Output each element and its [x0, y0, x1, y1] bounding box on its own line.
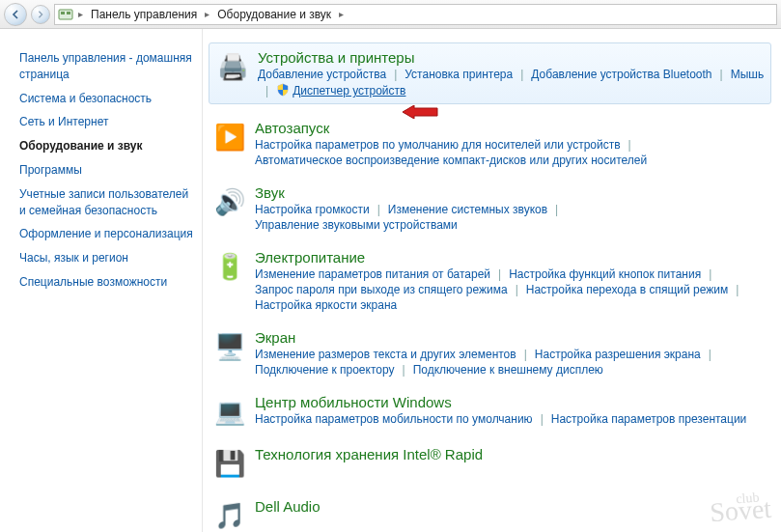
category-2: 🔊ЗвукНастройка громкости|Изменение систе…: [209, 182, 771, 234]
separator: |: [377, 203, 380, 216]
chevron-right-icon: ▸: [337, 9, 346, 19]
printer-icon: 🖨️: [215, 49, 250, 84]
separator: |: [498, 267, 501, 281]
power-icon: 🔋: [212, 249, 247, 284]
category-link[interactable]: Настройка перехода в спящий режим: [526, 283, 728, 296]
category-link[interactable]: Изменение системных звуков: [388, 203, 547, 216]
breadcrumb-control-panel[interactable]: Панель управления: [87, 5, 201, 24]
category-title[interactable]: Электропитание: [255, 249, 767, 266]
separator: |: [516, 283, 518, 296]
category-link[interactable]: Настройка функций кнопок питания: [509, 267, 701, 281]
svg-rect-1: [61, 12, 65, 14]
address-bar-container: ▸ Панель управления ▸ Оборудование и зву…: [0, 0, 781, 29]
category-title[interactable]: Звук: [255, 184, 767, 201]
category-title[interactable]: Автозапуск: [255, 120, 767, 136]
category-4: 🖥️ЭкранИзменение размеров текста и други…: [209, 327, 771, 378]
back-button[interactable]: [4, 3, 27, 26]
category-title[interactable]: Экран: [255, 329, 767, 346]
sidebar-item-4[interactable]: Программы: [19, 158, 194, 182]
uac-shield-icon: [276, 83, 290, 97]
sidebar-item-5[interactable]: Учетные записи пользователей и семейная …: [19, 182, 194, 223]
sidebar: Панель управления - домашняя страницаСис…: [0, 29, 203, 532]
forward-button[interactable]: [31, 5, 50, 24]
category-link[interactable]: Запрос пароля при выходе из спящего режи…: [255, 283, 508, 296]
separator: |: [709, 267, 711, 281]
category-link[interactable]: Настройка яркости экрана: [255, 298, 397, 312]
category-1: ▶️АвтозапускНастройка параметров по умол…: [209, 118, 771, 169]
category-link[interactable]: Подключение к внешнему дисплею: [413, 363, 603, 377]
separator: |: [709, 348, 711, 361]
category-link[interactable]: Добавление устройства: [258, 68, 386, 81]
separator: |: [520, 68, 523, 81]
sidebar-item-6[interactable]: Оформление и персонализация: [19, 222, 194, 246]
category-title[interactable]: Dell Audio: [255, 498, 767, 515]
separator: |: [628, 138, 631, 152]
sidebar-item-1[interactable]: Система и безопасность: [19, 87, 194, 111]
category-link[interactable]: Настройка параметров по умолчанию для но…: [255, 138, 621, 152]
chevron-right-icon: ▸: [76, 9, 85, 19]
category-5: 💻Центр мобильности WindowsНастройка пара…: [209, 392, 771, 431]
category-link[interactable]: Установка принтера: [404, 68, 513, 81]
chevron-right-icon: ▸: [203, 9, 211, 19]
category-link[interactable]: Управление звуковыми устройствами: [255, 218, 458, 232]
category-link[interactable]: Настройка разрешения экрана: [535, 348, 701, 361]
category-6: 💾Технология хранения Intel® Rapid: [209, 444, 771, 483]
svg-rect-2: [67, 12, 70, 14]
category-title[interactable]: Центр мобильности Windows: [255, 394, 767, 410]
separator: |: [736, 283, 739, 296]
separator: |: [265, 84, 268, 98]
separator: |: [720, 68, 723, 81]
display-icon: 🖥️: [212, 329, 247, 364]
intel-rapid-icon: 💾: [212, 446, 247, 481]
category-link[interactable]: Автоматическое воспроизведение компакт-д…: [255, 154, 647, 167]
address-bar[interactable]: ▸ Панель управления ▸ Оборудование и зву…: [54, 4, 777, 25]
category-link[interactable]: Настройка параметров мобильности по умол…: [255, 412, 533, 426]
mobility-icon: 💻: [212, 394, 247, 429]
category-link[interactable]: Настройка параметров презентации: [551, 412, 747, 426]
category-link[interactable]: Диспетчер устройств: [276, 83, 405, 98]
dell-audio-icon: 🎵: [212, 498, 247, 532]
separator: |: [541, 412, 544, 426]
main-panel: 🖨️Устройства и принтерыДобавление устрой…: [203, 29, 781, 532]
category-title[interactable]: Технология хранения Intel® Rapid: [255, 446, 767, 462]
category-link[interactable]: Мышь: [731, 68, 765, 81]
separator: |: [555, 203, 558, 216]
category-link[interactable]: Изменение размеров текста и других элеме…: [255, 348, 516, 361]
breadcrumb-hardware-sound[interactable]: Оборудование и звук: [213, 5, 335, 24]
category-7: 🎵Dell Audio: [209, 496, 771, 532]
category-title[interactable]: Устройства и принтеры: [258, 49, 765, 66]
autoplay-icon: ▶️: [212, 120, 247, 154]
category-link[interactable]: Настройка громкости: [255, 203, 370, 216]
sidebar-item-2[interactable]: Сеть и Интернет: [19, 110, 194, 134]
sidebar-item-8[interactable]: Специальные возможности: [19, 270, 194, 294]
category-link[interactable]: Добавление устройства Bluetooth: [531, 68, 711, 81]
separator: |: [403, 363, 405, 377]
category-link[interactable]: Подключение к проектору: [255, 363, 395, 377]
sidebar-item-3[interactable]: Оборудование и звук: [19, 134, 194, 158]
category-0: 🖨️Устройства и принтерыДобавление устрой…: [209, 42, 771, 104]
sidebar-item-0[interactable]: Панель управления - домашняя страница: [19, 46, 194, 87]
control-panel-icon: [57, 6, 74, 23]
sidebar-item-7[interactable]: Часы, язык и регион: [19, 246, 194, 270]
separator: |: [524, 348, 527, 361]
separator: |: [394, 68, 397, 81]
category-link[interactable]: Изменение параметров питания от батарей: [255, 267, 490, 281]
category-3: 🔋ЭлектропитаниеИзменение параметров пита…: [209, 247, 771, 314]
content-area: Панель управления - домашняя страницаСис…: [0, 29, 781, 532]
sound-icon: 🔊: [212, 184, 247, 219]
